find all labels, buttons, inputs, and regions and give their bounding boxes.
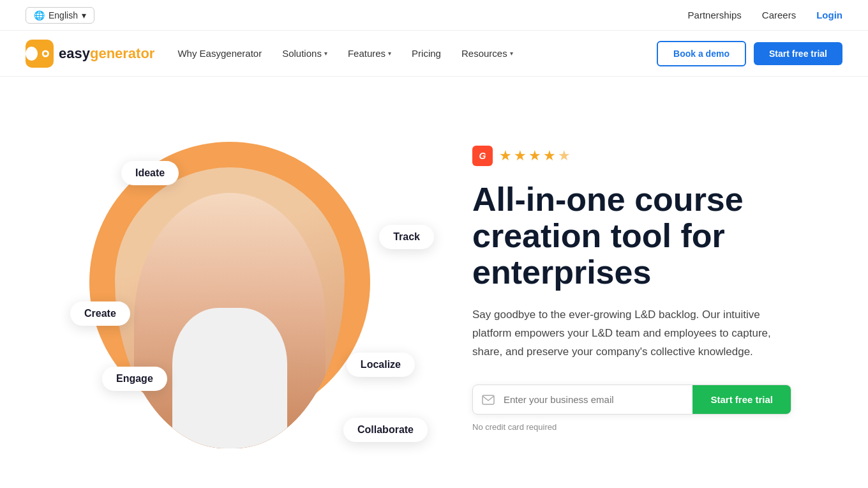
svg-point-2 bbox=[44, 52, 48, 56]
pill-engage: Engage bbox=[102, 367, 167, 391]
nav-right: Book a demo Start free trial bbox=[657, 41, 842, 66]
nav-link-features[interactable]: Features ▾ bbox=[348, 48, 391, 59]
hero-section: Ideate Track Create Localize Engage Coll… bbox=[0, 77, 868, 488]
pill-track: Track bbox=[379, 225, 434, 249]
nav-link-why[interactable]: Why Easygenerator bbox=[177, 48, 262, 59]
chevron-down-icon: ▾ bbox=[510, 50, 513, 57]
star-4: ★ bbox=[543, 148, 556, 164]
nav-item-features[interactable]: Features ▾ bbox=[348, 48, 391, 59]
nav-item-pricing[interactable]: Pricing bbox=[412, 48, 441, 59]
pill-create: Create bbox=[70, 301, 130, 326]
hero-subtitle: Say goodbye to the ever-growing L&D back… bbox=[472, 306, 791, 362]
pill-localize: Localize bbox=[347, 353, 415, 377]
email-input[interactable] bbox=[504, 385, 692, 414]
star-3: ★ bbox=[528, 148, 541, 164]
no-credit-text: No credit card required bbox=[472, 422, 791, 432]
partnerships-link[interactable]: Partnerships bbox=[688, 10, 742, 20]
login-link[interactable]: Login bbox=[816, 10, 842, 20]
nav-link-solutions[interactable]: Solutions ▾ bbox=[282, 48, 327, 59]
pill-collaborate: Collaborate bbox=[343, 418, 428, 442]
logo[interactable]: easygenerator bbox=[26, 40, 154, 68]
star-2: ★ bbox=[514, 148, 527, 164]
book-demo-button[interactable]: Book a demo bbox=[657, 41, 746, 66]
main-nav: easygenerator Why Easygenerator Solution… bbox=[0, 31, 868, 77]
chevron-down-icon: ▾ bbox=[82, 10, 86, 20]
person-silhouette bbox=[134, 193, 326, 448]
star-1: ★ bbox=[499, 148, 512, 164]
nav-item-resources[interactable]: Resources ▾ bbox=[461, 48, 513, 59]
hero-person-image bbox=[115, 167, 345, 448]
nav-item-solutions[interactable]: Solutions ▾ bbox=[282, 48, 327, 59]
top-bar-right: Partnerships Careers Login bbox=[688, 10, 842, 20]
chevron-down-icon: ▾ bbox=[324, 50, 327, 57]
hero-title: All-in-one course creation tool for ente… bbox=[472, 181, 791, 291]
lang-label: English bbox=[49, 10, 78, 20]
hero-content: G ★ ★ ★ ★ ★ All-in-one course creation t… bbox=[447, 146, 791, 432]
top-bar-left: 🌐 English ▾ bbox=[26, 7, 94, 24]
nav-left: easygenerator Why Easygenerator Solution… bbox=[26, 40, 513, 68]
hero-visual: Ideate Track Create Localize Engage Coll… bbox=[38, 103, 447, 474]
globe-icon: 🌐 bbox=[34, 10, 45, 20]
chevron-down-icon: ▾ bbox=[388, 50, 391, 57]
logo-text: easygenerator bbox=[59, 45, 154, 62]
careers-link[interactable]: Careers bbox=[762, 10, 796, 20]
nav-link-pricing[interactable]: Pricing bbox=[412, 48, 441, 59]
start-free-trial-nav-button[interactable]: Start free trial bbox=[754, 42, 842, 65]
star-5-half: ★ bbox=[558, 148, 571, 164]
nav-item-why[interactable]: Why Easygenerator bbox=[177, 48, 262, 59]
star-rating: ★ ★ ★ ★ ★ bbox=[499, 148, 571, 164]
g2-rating: G ★ ★ ★ ★ ★ bbox=[472, 146, 791, 166]
language-selector[interactable]: 🌐 English ▾ bbox=[26, 7, 94, 24]
email-form: Start free trial bbox=[472, 385, 791, 415]
nav-link-resources[interactable]: Resources ▾ bbox=[461, 48, 513, 59]
logo-icon bbox=[26, 40, 54, 68]
svg-rect-3 bbox=[483, 395, 494, 404]
top-bar: 🌐 English ▾ Partnerships Careers Login bbox=[0, 0, 868, 31]
start-free-trial-button[interactable]: Start free trial bbox=[692, 385, 791, 414]
email-icon bbox=[473, 395, 504, 405]
g2-logo: G bbox=[472, 146, 493, 166]
pill-ideate: Ideate bbox=[121, 161, 179, 185]
nav-links: Why Easygenerator Solutions ▾ Features ▾… bbox=[177, 48, 513, 59]
